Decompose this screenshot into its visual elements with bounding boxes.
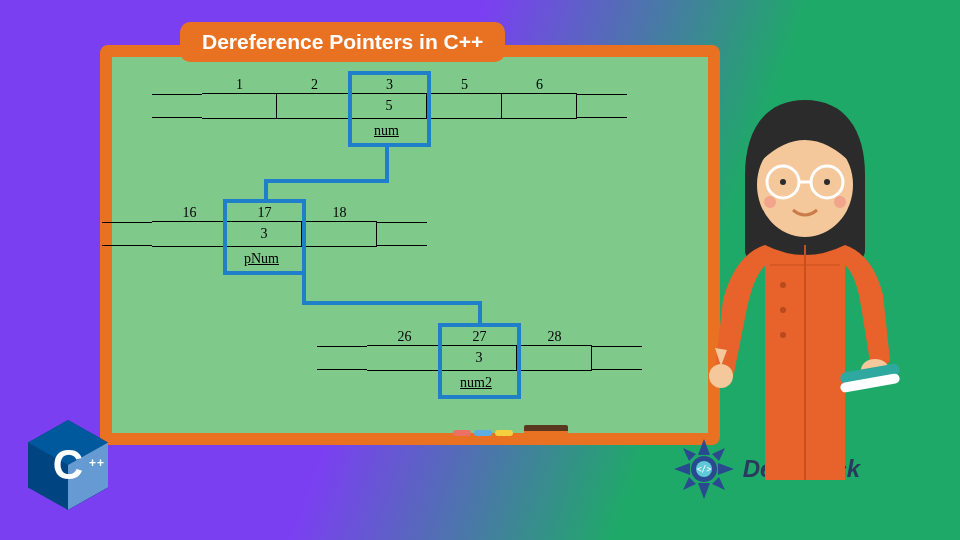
svg-point-8 (709, 364, 733, 388)
svg-point-4 (780, 179, 786, 185)
value-cell: 5 (352, 94, 427, 118)
memory-cells-3: 3 (367, 345, 592, 371)
memory-cells-2: 3 (152, 221, 377, 247)
svg-point-14 (780, 332, 786, 338)
addr-labels-2: 16 17 18 (152, 205, 377, 221)
addr-cell: 28 (517, 329, 592, 345)
addr-labels-3: 26 27 28 (367, 329, 592, 345)
addr-cell: 17 (227, 205, 302, 221)
addr-cell: 5 (427, 77, 502, 93)
addr-labels-1: 1 2 3 5 6 (202, 77, 577, 93)
cpp-logo-icon: C + + (28, 420, 108, 510)
connector-1c (264, 179, 268, 201)
chalk-icon (495, 430, 513, 436)
connector-2c (478, 301, 482, 325)
chalk-icon (474, 430, 492, 436)
page-title: Dereference Pointers in C++ (180, 22, 505, 62)
var-label-pnum: pNum (244, 251, 279, 267)
addr-cell: 27 (442, 329, 517, 345)
svg-point-12 (780, 282, 786, 288)
connector-2b (302, 301, 482, 305)
connector-1b (264, 179, 389, 183)
eraser-icon (524, 425, 568, 439)
memory-row-pnum: 16 17 18 3 (152, 205, 377, 247)
var-label-num: num (374, 123, 399, 139)
connector-1 (385, 147, 389, 183)
addr-cell: 3 (352, 77, 427, 93)
memory-cells-1: 5 (202, 93, 577, 119)
addr-cell: 2 (277, 77, 352, 93)
memory-row-num: 1 2 3 5 6 5 (202, 77, 577, 119)
svg-point-13 (780, 307, 786, 313)
svg-point-6 (764, 196, 776, 208)
addr-cell: 16 (152, 205, 227, 221)
svg-point-7 (834, 196, 846, 208)
chalkboard: 1 2 3 5 6 5 num 16 17 18 3 (100, 45, 720, 445)
teacher-illustration (675, 90, 935, 480)
var-label-num2: num2 (460, 375, 492, 391)
memory-row-num2: 26 27 28 3 (367, 329, 592, 371)
chalk-icon (453, 430, 471, 436)
value-cell: 3 (442, 346, 517, 370)
addr-cell: 26 (367, 329, 442, 345)
addr-cell: 18 (302, 205, 377, 221)
svg-point-5 (824, 179, 830, 185)
value-cell: 3 (227, 222, 302, 246)
addr-cell: 6 (502, 77, 577, 93)
addr-cell: 1 (202, 77, 277, 93)
